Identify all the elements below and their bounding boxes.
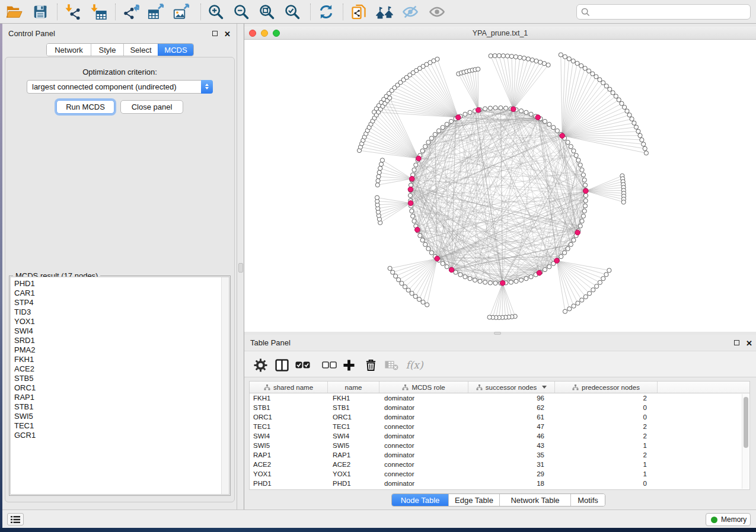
table-scrollbar[interactable]	[742, 394, 749, 489]
table-cell: 0	[555, 404, 658, 411]
export-image-button[interactable]	[171, 2, 192, 21]
table-row[interactable]: PHD1PHD1dominator180	[250, 479, 749, 488]
column-header-shared-name[interactable]: shared name	[250, 382, 328, 393]
list-scrollbar[interactable]	[221, 277, 229, 494]
table-row[interactable]: STB1STB1dominator620	[250, 403, 749, 412]
table-row[interactable]: SWI5SWI5connector431	[250, 441, 749, 450]
list-item[interactable]: SWI5	[11, 412, 229, 421]
table-settings-button[interactable]	[251, 356, 269, 374]
zoom-selected-button[interactable]	[282, 2, 302, 21]
list-item[interactable]: SWI4	[11, 326, 229, 336]
table-row[interactable]: SWI4SWI4dominator462	[250, 431, 749, 441]
show-all-button[interactable]	[427, 2, 447, 21]
list-item[interactable]: STB1	[11, 402, 229, 412]
first-neighbors-button[interactable]	[375, 2, 395, 21]
tab-node-table[interactable]: Node Table	[392, 494, 448, 506]
delete-table-button[interactable]	[382, 356, 400, 374]
table-cell: 1	[555, 470, 658, 477]
toolbar-separator	[57, 4, 58, 20]
network-window-titlebar[interactable]: YPA_prune.txt_1	[244, 27, 756, 40]
zoom-out-button[interactable]	[231, 2, 251, 21]
export-table-button[interactable]	[146, 2, 166, 21]
mcds-result-list[interactable]: PHD1CAR1STP4TID3YOX1SWI4SRD1PMA2FKH1ACE2…	[10, 277, 229, 495]
save-session-button[interactable]	[30, 2, 50, 21]
memory-button[interactable]: Memory	[706, 513, 751, 526]
apply-function-button[interactable]: f(x)	[406, 356, 423, 374]
table-cell: 46	[468, 432, 555, 440]
close-panel-icon[interactable]: ✕	[746, 339, 752, 347]
import-network-icon	[65, 4, 81, 20]
refresh-icon	[318, 4, 334, 20]
open-file-button[interactable]	[4, 2, 24, 21]
table-cell: YOX1	[250, 470, 328, 477]
table-row[interactable]: FKH1FKH1dominator962	[250, 393, 749, 403]
float-panel-icon[interactable]	[734, 340, 739, 345]
table-cell: ORC1	[250, 414, 328, 421]
table-row[interactable]: TEC1TEC1connector472	[250, 422, 749, 431]
vertical-splitter[interactable]	[237, 24, 244, 509]
scrollbar-thumb[interactable]	[744, 397, 748, 448]
import-network-button[interactable]	[63, 2, 83, 21]
column-header-predecessor-nodes[interactable]: predecessor nodes	[555, 382, 658, 393]
table-row[interactable]: ACE2ACE2connector311	[250, 460, 749, 469]
table-cell: dominator	[379, 395, 468, 402]
add-column-button[interactable]	[340, 356, 358, 374]
network-canvas[interactable]	[244, 40, 756, 332]
split-view-button[interactable]	[273, 356, 291, 374]
list-item[interactable]: FKH1	[11, 355, 229, 364]
import-table-button[interactable]	[88, 2, 109, 21]
hide-selected-button[interactable]	[400, 2, 420, 21]
select-all-button[interactable]	[294, 356, 311, 374]
zoom-fit-button[interactable]	[257, 2, 277, 21]
tab-mcds[interactable]: MCDS	[158, 44, 193, 56]
column-header-name[interactable]: name	[328, 382, 379, 393]
run-mcds-button[interactable]: Run MCDS	[56, 100, 114, 114]
search-input[interactable]	[593, 8, 750, 17]
list-item[interactable]: STB5	[11, 374, 229, 383]
column-header-successor-nodes[interactable]: successor nodes	[468, 382, 555, 393]
list-item[interactable]: TEC1	[11, 421, 229, 431]
list-item[interactable]: CAR1	[11, 289, 229, 298]
close-panel-button[interactable]: Close panel	[120, 100, 183, 114]
tab-style[interactable]: Style	[91, 44, 123, 56]
list-item[interactable]: ACE2	[11, 364, 229, 374]
tab-network-table[interactable]: Network Table	[499, 494, 570, 506]
tab-select[interactable]: Select	[123, 44, 158, 56]
zoom-in-icon	[208, 4, 224, 20]
list-item[interactable]: ORC1	[11, 383, 229, 393]
duplicate-network-button[interactable]	[349, 2, 369, 21]
network-graph	[244, 40, 756, 332]
export-network-button[interactable]	[122, 2, 142, 21]
list-item[interactable]: SRD1	[11, 336, 229, 345]
optimization-criterion-select[interactable]: largest connected component (undirected)	[27, 80, 213, 94]
table-cell: connector	[379, 423, 468, 430]
table-row[interactable]: RAP1RAP1dominator352	[250, 450, 749, 460]
tab-motifs[interactable]: Motifs	[570, 494, 605, 506]
close-panel-icon[interactable]: ✕	[224, 30, 231, 38]
zoom-in-button[interactable]	[206, 2, 226, 21]
list-item[interactable]: PMA2	[11, 345, 229, 355]
task-history-button[interactable]	[7, 513, 24, 525]
delete-column-button[interactable]	[362, 356, 379, 374]
table-row[interactable]: ORC1ORC1dominator610	[250, 412, 749, 422]
column-header-mcds-role[interactable]: MCDS role	[379, 382, 468, 393]
deselect-all-button[interactable]	[320, 356, 338, 374]
refresh-view-button[interactable]	[316, 2, 336, 21]
splitter-grip[interactable]	[238, 263, 243, 273]
tab-network[interactable]: Network	[47, 44, 91, 56]
list-item[interactable]: TID3	[11, 307, 229, 317]
list-item[interactable]: STP4	[11, 298, 229, 307]
table-cell: RAP1	[328, 451, 379, 459]
table-row[interactable]: YOX1YOX1connector291	[250, 469, 749, 479]
search-field[interactable]	[576, 4, 751, 20]
float-panel-icon[interactable]	[212, 31, 218, 36]
tab-edge-table[interactable]: Edge Table	[448, 494, 499, 506]
list-item[interactable]: RAP1	[11, 393, 229, 402]
list-item[interactable]: GCR1	[11, 431, 229, 440]
list-item[interactable]: PHD1	[11, 279, 229, 289]
table-cell: 2	[555, 451, 658, 459]
table-cell: SWI5	[250, 442, 328, 449]
table-cell: TEC1	[328, 423, 379, 430]
list-item[interactable]: YOX1	[11, 317, 229, 326]
export-table-icon	[148, 4, 164, 20]
